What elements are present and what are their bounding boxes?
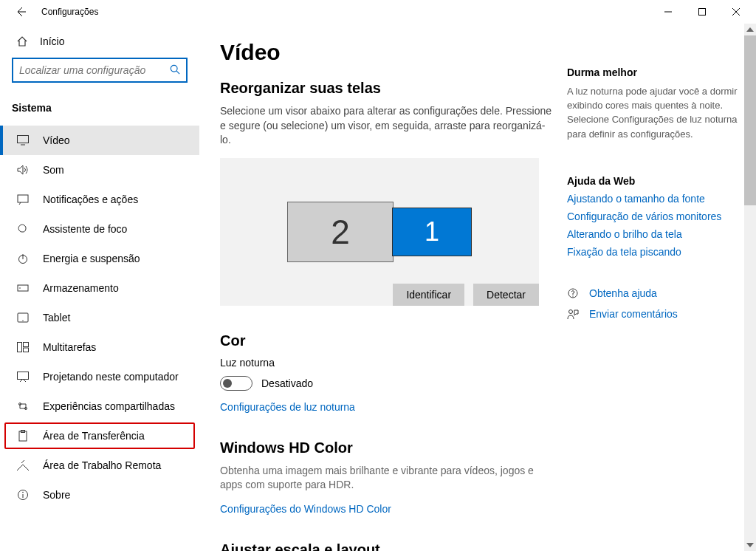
scrollbar-thumb[interactable] [744, 35, 756, 205]
remote-icon [16, 460, 30, 470]
right-column: Durma melhor A luz noturna pode ajudar v… [561, 24, 756, 551]
sidebar-item-label: Energia e suspensão [43, 253, 140, 264]
scale-heading: Ajustar escala e layout [220, 541, 561, 551]
close-button[interactable] [719, 0, 753, 24]
svg-rect-0 [699, 9, 706, 16]
page-heading: Vídeo [220, 40, 561, 65]
sidebar-item-label: Vídeo [43, 134, 70, 146]
svg-rect-11 [24, 348, 29, 352]
back-button[interactable] [7, 1, 34, 22]
sidebar-item-label: Área de Trabalho Remota [43, 459, 161, 471]
night-light-label: Luz noturna [220, 357, 561, 369]
sidebar-item-projecting[interactable]: Projetando neste computador [0, 362, 199, 391]
window-controls [651, 0, 753, 24]
feedback-label: Enviar comentários [589, 308, 678, 320]
sidebar-item-label: Multitarefas [43, 341, 96, 353]
help-link-brightness[interactable]: Alterando o brilho da tela [567, 228, 741, 240]
scroll-up-button[interactable] [744, 24, 756, 35]
svg-rect-10 [24, 343, 29, 347]
help-link-font-size[interactable]: Ajustando o tamanho da fonte [567, 193, 741, 205]
info-icon [16, 489, 30, 501]
sidebar-item-label: Assistente de foco [43, 223, 127, 235]
close-icon [732, 8, 740, 16]
svg-point-21 [569, 309, 573, 313]
chevron-up-icon [746, 27, 754, 32]
get-help-link[interactable]: Obtenha ajuda [567, 287, 741, 299]
sidebar-item-clipboard[interactable]: Área de Transferência [4, 422, 195, 449]
maximize-icon [698, 8, 706, 16]
toggle-state-label: Desativado [261, 377, 313, 389]
nav-list: Vídeo Som Notificações e ações Assistent… [0, 126, 199, 510]
sidebar-item-label: Notificações e ações [43, 194, 138, 205]
home-button[interactable]: Início [0, 30, 199, 55]
sidebar-item-label: Tablet [43, 312, 70, 324]
sidebar-item-label: Som [43, 164, 64, 176]
sleep-better-heading: Durma melhor [567, 66, 741, 78]
detect-button[interactable]: Detectar [473, 284, 539, 306]
sidebar-item-power[interactable]: Energia e suspensão [0, 244, 199, 273]
sidebar-item-remote[interactable]: Área de Trabalho Remota [0, 451, 199, 480]
home-icon [16, 35, 28, 47]
rearrange-heading: Reorganizar suas telas [220, 80, 561, 97]
storage-icon [16, 283, 30, 293]
night-light-settings-link[interactable]: Configurações de luz noturna [220, 401, 561, 413]
svg-rect-2 [18, 136, 29, 143]
help-link-flicker[interactable]: Fixação da tela piscando [567, 246, 741, 258]
monitor-2[interactable]: 2 [287, 202, 394, 262]
color-heading: Cor [220, 332, 561, 349]
sidebar-item-sound[interactable]: Som [0, 155, 199, 185]
maximize-button[interactable] [685, 0, 719, 24]
arrow-left-icon [15, 6, 27, 18]
display-arrangement[interactable]: 2 1 Identificar Detectar [220, 158, 539, 306]
tablet-icon [16, 312, 30, 323]
help-icon [567, 287, 579, 299]
sidebar-item-notifications[interactable]: Notificações e ações [0, 185, 199, 214]
hdcolor-settings-link[interactable]: Configurações do Windows HD Color [220, 503, 561, 515]
svg-point-20 [572, 295, 573, 296]
sidebar-item-label: Sobre [43, 489, 70, 501]
hdcolor-heading: Windows HD Color [220, 439, 561, 456]
home-label: Início [40, 35, 64, 47]
main-content: Vídeo Reorganizar suas telas Selecione u… [199, 24, 561, 551]
help-link-list: Ajustando o tamanho da fonte Configuraçã… [567, 193, 741, 258]
sidebar-item-label: Experiências compartilhadas [43, 400, 175, 412]
sidebar-item-storage[interactable]: Armazenamento [0, 273, 199, 303]
clipboard-icon [16, 430, 30, 442]
projecting-icon [16, 372, 30, 382]
sidebar-item-shared[interactable]: Experiências compartilhadas [0, 391, 199, 421]
multitask-icon [16, 342, 30, 352]
search-input[interactable] [12, 58, 188, 83]
search-field[interactable] [19, 64, 170, 76]
sidebar-item-label: Projetando neste computador [43, 371, 179, 383]
scroll-down-button[interactable] [744, 539, 756, 551]
svg-point-8 [22, 320, 23, 321]
title-bar: Configurações [0, 0, 756, 24]
send-feedback-link[interactable]: Enviar comentários [567, 308, 741, 320]
svg-rect-3 [18, 195, 28, 202]
sidebar-item-multitasking[interactable]: Multitarefas [0, 332, 199, 362]
feedback-icon [567, 308, 579, 320]
minimize-icon [664, 8, 672, 16]
scrollbar[interactable] [744, 24, 756, 551]
sound-icon [16, 165, 30, 175]
web-help-heading: Ajuda da Web [567, 175, 741, 187]
svg-point-6 [19, 287, 21, 289]
minimize-button[interactable] [651, 0, 685, 24]
sidebar-item-focus[interactable]: Assistente de foco [0, 214, 199, 244]
help-link-multi-monitor[interactable]: Configuração de vários monitores [567, 211, 741, 222]
get-help-label: Obtenha ajuda [589, 287, 657, 299]
svg-rect-12 [18, 372, 29, 380]
window-title: Configurações [41, 7, 98, 17]
shared-icon [16, 401, 30, 411]
chevron-down-icon [746, 543, 754, 547]
focus-icon [16, 223, 30, 235]
display-icon [16, 135, 30, 146]
night-light-toggle[interactable] [220, 376, 252, 391]
sidebar-item-about[interactable]: Sobre [0, 480, 199, 510]
sidebar-item-label: Área de Transferência [43, 430, 145, 442]
svg-point-1 [171, 65, 177, 72]
sidebar-item-video[interactable]: Vídeo [0, 126, 199, 155]
sidebar-item-tablet[interactable]: Tablet [0, 303, 199, 332]
monitor-1[interactable]: 1 [392, 208, 472, 256]
identify-button[interactable]: Identificar [393, 284, 464, 306]
